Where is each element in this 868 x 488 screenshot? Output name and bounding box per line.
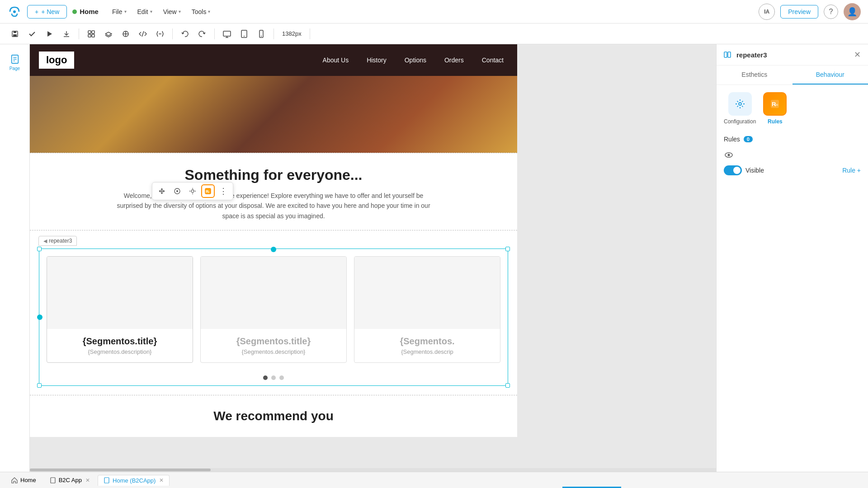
repeater-icon — [724, 50, 733, 59]
nav-options: Options — [405, 56, 426, 64]
settings-tool[interactable] — [186, 184, 199, 198]
text-section: Something for everyone... Welcome, we in… — [30, 153, 517, 230]
sidebar-item-page[interactable]: Page — [2, 50, 28, 75]
code-button[interactable] — [135, 26, 151, 42]
edit-menu[interactable]: Edit ▾ — [133, 5, 157, 18]
html-button[interactable] — [152, 26, 168, 42]
export-button[interactable] — [59, 26, 74, 42]
separator — [310, 28, 310, 39]
rules-label: Rules — [768, 118, 783, 125]
svg-rect-8 — [92, 34, 94, 37]
svg-point-33 — [739, 103, 741, 105]
file-icon — [104, 477, 110, 483]
card-desc: {Segmentos.description} — [208, 348, 339, 355]
card-image — [354, 257, 500, 329]
right-panel: repeater3 ✕ Esthetics Behaviour Configur… — [716, 44, 868, 472]
left-sidebar: Page — [0, 44, 30, 472]
rules-tool[interactable]: R∞ — [201, 184, 215, 198]
desktop-view[interactable] — [219, 26, 235, 42]
home-b2c-close-button[interactable]: ✕ — [159, 477, 164, 483]
page-preview: logo About Us History Options Orders Con… — [30, 44, 517, 437]
hero-background — [30, 76, 517, 153]
svg-rect-31 — [724, 52, 727, 57]
chevron-down-icon: ▾ — [208, 9, 210, 14]
card-body: {Segmentos.title} {Segmentos.description… — [47, 329, 193, 362]
b2c-close-button[interactable]: ✕ — [85, 477, 90, 483]
nav-about: About Us — [323, 56, 349, 64]
tab-home-b2c[interactable]: Home (B2CApp) ✕ — [98, 475, 170, 486]
tab-esthetics[interactable]: Esthetics — [717, 66, 793, 84]
tools-menu[interactable]: Tools ▾ — [187, 5, 215, 18]
rules-count-badge: 0 — [744, 136, 753, 142]
card-body: {Segmentos. {Segmentos.descrip — [354, 329, 500, 362]
move-tool[interactable] — [155, 184, 169, 198]
redo-button[interactable] — [194, 26, 210, 42]
handle-bottom-left[interactable] — [37, 383, 42, 388]
file-icon — [50, 477, 56, 483]
ia-button[interactable]: IA — [759, 4, 775, 20]
scroll-thumb[interactable] — [30, 469, 211, 471]
tablet-view[interactable] — [236, 26, 252, 42]
tab-home[interactable]: Home — [5, 474, 42, 486]
svg-rect-6 — [92, 31, 94, 33]
widgets-button[interactable] — [118, 26, 133, 42]
plus-icon: + — [35, 8, 38, 15]
horizontal-scrollbar[interactable] — [30, 468, 716, 472]
check-button[interactable] — [24, 26, 40, 42]
svg-point-38 — [728, 154, 730, 156]
px-display: 1382px — [278, 30, 305, 37]
recommend-text: We recommend you — [213, 409, 334, 423]
mobile-view[interactable] — [254, 26, 269, 42]
help-button[interactable]: ? — [824, 5, 838, 19]
eye-icon — [724, 150, 734, 160]
tab-behaviour[interactable]: Behaviour — [793, 66, 868, 84]
tab-b2c-app[interactable]: B2C App ✕ — [44, 474, 96, 486]
card-title: {Segmentos.title} — [54, 336, 185, 347]
layers-button[interactable] — [101, 26, 116, 42]
tool-bar: 1382px — [0, 23, 868, 44]
site-header: logo About Us History Options Orders Con… — [30, 44, 517, 76]
close-panel-button[interactable]: ✕ — [854, 50, 861, 60]
repeater-component[interactable]: {Segmentos.title} {Segmentos.description… — [39, 249, 508, 386]
repeater-cards: {Segmentos.title} {Segmentos.description… — [39, 249, 508, 370]
card-body: {Segmentos.title} {Segmentos.description… — [201, 329, 346, 362]
svg-line-12 — [142, 31, 144, 37]
chevron-down-icon: ▾ — [150, 9, 152, 14]
play-button[interactable] — [42, 26, 57, 42]
preview-button[interactable]: Preview — [780, 5, 818, 19]
more-tool[interactable]: ⋮ — [217, 184, 230, 198]
dot-2[interactable] — [271, 375, 276, 380]
undo-button[interactable] — [177, 26, 193, 42]
rule-add-button[interactable]: Rule + — [842, 167, 861, 174]
panel-body: Configuration R∞ Rules Rules 0 — [717, 85, 868, 472]
handle-left-center[interactable] — [37, 314, 42, 320]
repeater-card-2[interactable]: {Segmentos.title} {Segmentos.description… — [200, 256, 347, 363]
repeater-card-3[interactable]: {Segmentos. {Segmentos.descrip — [354, 256, 500, 363]
recommend-section: We recommend you — [30, 395, 517, 437]
card-image — [47, 257, 193, 329]
handle-top-center[interactable] — [271, 247, 276, 252]
panel-title: repeater3 — [724, 50, 767, 59]
visible-label: Visible — [745, 167, 764, 174]
svg-rect-39 — [51, 478, 55, 483]
components-button[interactable] — [84, 26, 99, 42]
dot-3[interactable] — [279, 375, 284, 380]
dot-1[interactable] — [263, 375, 268, 380]
new-label: + New — [41, 8, 59, 15]
file-menu[interactable]: File ▾ — [108, 5, 131, 18]
new-button[interactable]: + + New — [27, 5, 67, 19]
repeater-card-1[interactable]: {Segmentos.title} {Segmentos.description… — [47, 256, 193, 363]
config-icon-item[interactable]: Configuration — [724, 92, 756, 125]
paint-tool[interactable] — [170, 184, 184, 198]
visible-toggle[interactable] — [724, 165, 742, 175]
handle-top-left[interactable] — [37, 247, 42, 251]
canvas-area[interactable]: logo About Us History Options Orders Con… — [30, 44, 716, 472]
rules-icon-item[interactable]: R∞ Rules — [763, 92, 787, 125]
handle-bottom-right[interactable] — [505, 383, 510, 388]
save-button[interactable] — [7, 26, 23, 42]
top-toolbar: + + New Home File ▾ Edit ▾ View ▾ Tools … — [0, 0, 868, 23]
chevron-down-icon: ▾ — [179, 9, 181, 14]
view-menu[interactable]: View ▾ — [159, 5, 185, 18]
handle-top-right[interactable] — [505, 247, 510, 251]
toggle-switch: Visible — [724, 165, 764, 175]
